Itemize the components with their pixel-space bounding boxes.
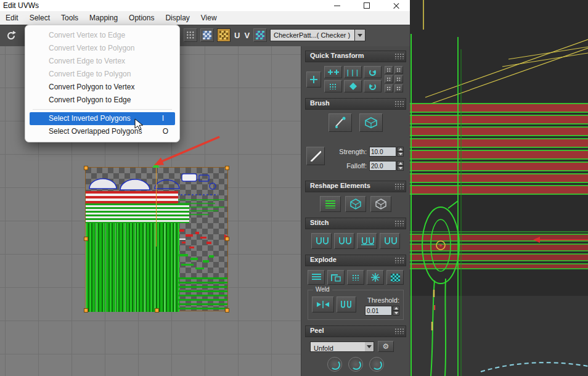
section-reshape: Reshape Elements xyxy=(305,181,406,212)
mini-align-button-3[interactable] xyxy=(385,75,393,83)
menu-mapping[interactable]: Mapping xyxy=(84,11,123,25)
update-map-button[interactable] xyxy=(4,28,18,43)
uv-green-band xyxy=(86,203,189,223)
explode-grid-button[interactable] xyxy=(386,270,404,285)
menu-display[interactable]: Display xyxy=(160,11,195,25)
peel-tool-button-2[interactable] xyxy=(348,357,363,372)
peel-settings-button[interactable]: ⚙ xyxy=(378,341,394,352)
reshape-cube-button[interactable] xyxy=(345,196,366,212)
peel-dropdown-caret[interactable] xyxy=(365,342,374,351)
rollout-grip-icon[interactable] xyxy=(394,53,404,59)
handle-top-right[interactable] xyxy=(225,166,229,170)
maximize-button[interactable] xyxy=(354,0,379,11)
stitch-target-button[interactable] xyxy=(380,233,400,249)
uv-brush-button[interactable] xyxy=(329,113,352,132)
texture-checker-button[interactable] xyxy=(253,28,267,42)
rollout-grip-icon[interactable] xyxy=(394,183,404,189)
stitch-header[interactable]: Stitch xyxy=(305,218,406,229)
explode-corner-button[interactable] xyxy=(327,270,345,285)
texture-toolbar-group: U V CheckerPatt...( Checker ) xyxy=(184,28,365,42)
menu-item-convert-polygon-to-edge[interactable]: Convert Polygon to Edge xyxy=(25,94,179,107)
menu-view[interactable]: View xyxy=(195,11,223,25)
texture-dropdown[interactable]: CheckerPatt...( Checker ) xyxy=(270,29,365,41)
menu-item-select-inverted-polygons[interactable]: Select Inverted Polygons I xyxy=(30,112,175,125)
mini-align-button-5[interactable] xyxy=(385,84,393,92)
close-button[interactable] xyxy=(383,0,410,11)
peel-header[interactable]: Peel xyxy=(305,325,406,337)
handle-mid-bottom[interactable] xyxy=(155,308,159,313)
explode-burst-button[interactable] xyxy=(367,270,384,285)
spinner-down-button[interactable] xyxy=(397,152,404,157)
quick-transform-header[interactable]: Quick Transform xyxy=(305,51,406,62)
pattern-grid-button[interactable] xyxy=(184,28,197,42)
peel-tool-button-3[interactable] xyxy=(369,357,384,372)
peel-tool-button-1[interactable] xyxy=(327,357,342,372)
handle-mid-left[interactable] xyxy=(84,237,88,241)
diamond-tool-button[interactable] xyxy=(344,80,362,92)
brush-header[interactable]: Brush xyxy=(305,98,406,110)
align-mini-grid xyxy=(385,66,403,92)
mini-dots-icon xyxy=(386,77,391,81)
uv-toggle-u[interactable]: U xyxy=(234,31,240,40)
minimize-button[interactable] xyxy=(325,0,349,11)
menu-item-select-overlapped-polygons[interactable]: Select Overlapped Polygons O xyxy=(25,125,179,138)
mini-align-button-2[interactable] xyxy=(394,66,403,74)
rollout-grip-icon[interactable] xyxy=(394,328,404,334)
weld-selected-button[interactable] xyxy=(312,296,334,313)
mini-align-button-1[interactable] xyxy=(385,66,393,74)
transform-tool-button[interactable] xyxy=(306,72,321,88)
spinner-up-button[interactable] xyxy=(393,306,399,311)
rollout-grip-icon[interactable] xyxy=(394,220,404,226)
uv-toggle-v[interactable]: V xyxy=(243,31,250,40)
rotate-ccw-button[interactable] xyxy=(364,80,382,92)
show-map-button[interactable] xyxy=(217,28,231,42)
falloff-input[interactable] xyxy=(369,161,396,171)
spinner-down-button[interactable] xyxy=(397,166,404,171)
falloff-curve-button[interactable] xyxy=(306,147,325,165)
threshold-input[interactable] xyxy=(365,306,392,316)
explode-dots-button[interactable] xyxy=(347,270,364,285)
explode-header[interactable]: Explode xyxy=(305,255,406,266)
mini-align-button-4[interactable] xyxy=(394,75,403,83)
handle-top-left[interactable] xyxy=(84,166,88,170)
reshape-cage-button[interactable] xyxy=(370,196,391,212)
menu-select[interactable]: Select xyxy=(24,11,55,25)
uv-island[interactable] xyxy=(85,167,228,311)
handle-bottom-right[interactable] xyxy=(225,308,229,313)
menu-edit[interactable]: Edit xyxy=(0,11,24,25)
viewport-3d[interactable] xyxy=(410,0,588,376)
menu-options[interactable]: Options xyxy=(123,11,160,25)
stitch-average-button[interactable] xyxy=(357,233,377,249)
strength-input[interactable] xyxy=(369,147,396,157)
mini-align-button-6[interactable] xyxy=(394,84,403,92)
explode-rows-button[interactable] xyxy=(308,270,325,285)
stitch-custom-button[interactable] xyxy=(311,233,332,249)
handle-mid-right[interactable] xyxy=(225,237,229,241)
dots-icon xyxy=(329,83,337,89)
relax-brush-button[interactable] xyxy=(359,113,383,132)
peel-mode-dropdown[interactable]: Unfold xyxy=(310,341,374,352)
menu-item-convert-vertex-to-polygon: Convert Vertex to Polygon xyxy=(25,42,179,55)
spinner-down-button[interactable] xyxy=(393,311,399,316)
spinner-up-button[interactable] xyxy=(397,147,404,152)
snap-dots-button[interactable] xyxy=(324,80,342,92)
align-move-button[interactable] xyxy=(324,66,342,78)
strength-spinner xyxy=(397,147,404,157)
checker-tiling-button[interactable] xyxy=(200,28,214,42)
menu-item-convert-polygon-to-vertex[interactable]: Convert Polygon to Vertex xyxy=(25,81,179,94)
spinner-up-button[interactable] xyxy=(397,161,404,166)
menu-item-label: Convert Polygon to Vertex xyxy=(49,83,134,91)
menu-tools[interactable]: Tools xyxy=(55,11,84,25)
reshape-list-button[interactable] xyxy=(320,196,341,212)
chevron-down-icon xyxy=(367,345,372,348)
rotate-cw-button[interactable] xyxy=(364,66,382,78)
rollout-grip-icon[interactable] xyxy=(394,257,404,263)
mini-dots-icon xyxy=(396,68,401,72)
handle-bottom-left[interactable] xyxy=(84,308,88,313)
texture-dropdown-caret[interactable] xyxy=(354,29,365,41)
rollout-grip-icon[interactable] xyxy=(394,100,404,107)
target-weld-button[interactable] xyxy=(337,296,356,313)
reshape-header[interactable]: Reshape Elements xyxy=(305,181,406,192)
stitch-source-button[interactable] xyxy=(334,233,354,249)
align-bars-button[interactable]: ||| xyxy=(344,66,362,78)
